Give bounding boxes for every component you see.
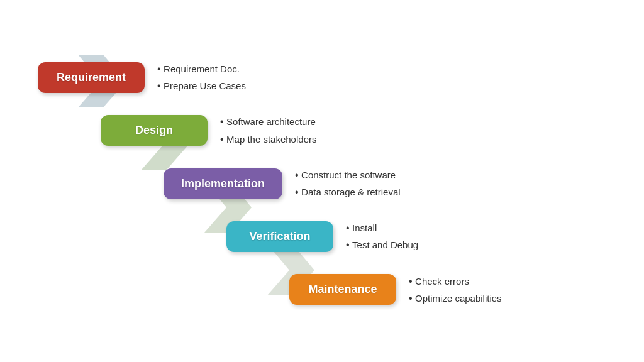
bullet-requirement-1: Requirement Doc. (157, 60, 246, 77)
phase-label-requirement: Requirement (57, 71, 126, 84)
step-row-maintenance: Maintenance Check errors Optimize capabi… (289, 273, 502, 307)
bullet-maintenance-2: Optimize capabilities (409, 290, 502, 307)
bullets-maintenance: Check errors Optimize capabilities (409, 273, 502, 307)
phase-box-design: Design (101, 115, 208, 146)
bullet-verification-2: Test and Debug (346, 236, 418, 253)
step-row-verification: Verification Install Test and Debug (226, 219, 418, 253)
bullet-requirement-2: Prepare Use Cases (157, 77, 246, 94)
phase-box-requirement: Requirement (38, 62, 145, 93)
bullet-maintenance-1: Check errors (409, 273, 502, 290)
bullet-implementation-2: Data storage & retrieval (295, 184, 401, 200)
diagram-container: Requirement Requirement Doc. Prepare Use… (0, 0, 644, 362)
bullet-implementation-1: Construct the software (295, 167, 401, 184)
bullets-design: Software architecture Map the stakeholde… (220, 113, 316, 147)
step-row-requirement: Requirement Requirement Doc. Prepare Use… (38, 60, 246, 94)
phase-label-design: Design (135, 124, 173, 136)
phase-label-implementation: Implementation (181, 177, 265, 190)
bullets-requirement: Requirement Doc. Prepare Use Cases (157, 60, 246, 94)
bullet-design-2: Map the stakeholders (220, 131, 316, 148)
phase-label-maintenance: Maintenance (308, 283, 377, 295)
step-row-implementation: Implementation Construct the software Da… (164, 167, 401, 200)
phase-box-implementation: Implementation (164, 168, 282, 199)
bullets-verification: Install Test and Debug (346, 219, 418, 253)
step-row-design: Design Software architecture Map the sta… (101, 113, 316, 147)
phase-box-maintenance: Maintenance (289, 274, 396, 305)
phase-box-verification: Verification (226, 221, 333, 252)
bullets-implementation: Construct the software Data storage & re… (295, 167, 401, 200)
phase-label-verification: Verification (249, 230, 310, 243)
bullet-design-1: Software architecture (220, 113, 316, 130)
bullet-verification-1: Install (346, 219, 418, 236)
